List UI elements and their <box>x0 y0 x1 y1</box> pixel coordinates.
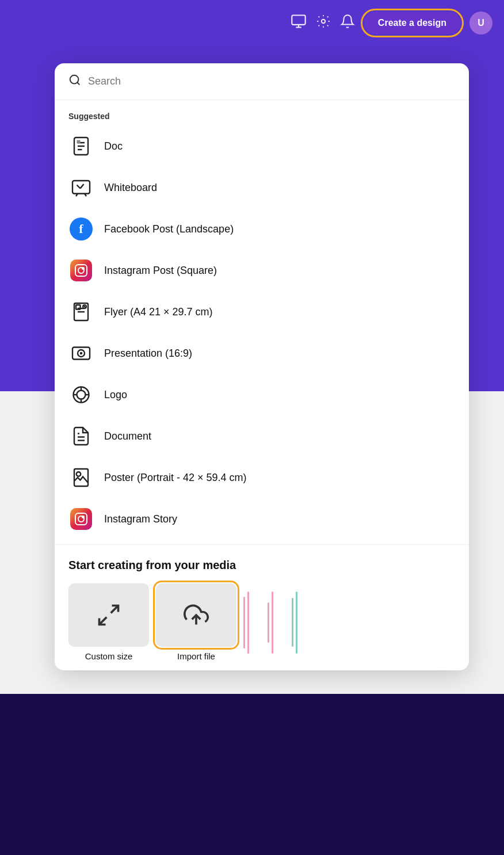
custom-size-label: Custom size <box>85 651 133 661</box>
header: Create a design U <box>0 0 504 46</box>
svg-rect-10 <box>77 140 81 144</box>
flyer-icon <box>68 299 94 325</box>
svg-rect-19 <box>76 305 81 310</box>
facebook-label: Facebook Post (Landscape) <box>104 223 234 235</box>
instagram-post-label: Instagram Post (Square) <box>104 265 217 277</box>
svg-line-36 <box>111 606 119 613</box>
gear-icon[interactable] <box>316 14 331 32</box>
import-file-label: Import file <box>177 651 215 661</box>
bell-icon[interactable] <box>340 14 355 32</box>
document-icon <box>68 423 94 449</box>
flyer-label: Flyer (A4 21 × 29.7 cm) <box>104 306 213 318</box>
svg-point-26 <box>77 391 86 399</box>
instagram-post-icon <box>68 258 94 283</box>
poster-label: Poster (Portrait - 42 × 59.4 cm) <box>104 472 247 484</box>
suggested-label: Suggested <box>68 112 455 121</box>
menu-item-flyer[interactable]: Flyer (A4 21 × 29.7 cm) <box>68 291 455 333</box>
search-input[interactable] <box>88 75 455 87</box>
search-icon <box>68 74 81 89</box>
import-file-item[interactable]: Import file <box>156 583 236 661</box>
svg-line-14 <box>77 185 81 189</box>
media-section: Start creating from your media Custom si… <box>55 544 469 670</box>
svg-point-24 <box>80 352 83 355</box>
deco-bar-2 <box>268 591 273 654</box>
create-design-dropdown: Suggested Doc <box>55 63 469 670</box>
facebook-icon: f <box>68 216 94 242</box>
suggested-section: Suggested Doc <box>55 100 469 540</box>
monitor-icon[interactable] <box>291 13 307 33</box>
menu-item-document[interactable]: Document <box>68 415 455 457</box>
instagram-story-icon <box>68 506 94 532</box>
presentation-label: Presentation (16:9) <box>104 348 192 360</box>
search-bar <box>55 63 469 100</box>
instagram-story-label: Instagram Story <box>104 513 177 525</box>
whiteboard-label: Whiteboard <box>104 182 157 194</box>
menu-item-poster[interactable]: Poster (Portrait - 42 × 59.4 cm) <box>68 457 455 498</box>
create-design-button[interactable]: Create a design <box>364 12 460 34</box>
bg-dark <box>0 694 504 855</box>
menu-item-presentation[interactable]: Presentation (16:9) <box>68 333 455 374</box>
media-section-title: Start creating from your media <box>68 559 455 572</box>
menu-item-whiteboard[interactable]: Whiteboard <box>68 167 455 208</box>
svg-line-5 <box>77 82 79 85</box>
svg-rect-34 <box>74 469 88 486</box>
menu-item-instagram-post[interactable]: Instagram Post (Square) <box>68 250 455 291</box>
svg-line-37 <box>100 617 107 625</box>
svg-rect-0 <box>292 16 305 25</box>
deco-bar-3 <box>292 591 297 654</box>
logo-icon <box>68 382 94 407</box>
menu-item-instagram-story[interactable]: Instagram Story <box>68 498 455 540</box>
logo-label: Logo <box>104 389 127 401</box>
document-label: Document <box>104 430 151 442</box>
menu-item-logo[interactable]: Logo <box>68 374 455 415</box>
menu-item-facebook[interactable]: f Facebook Post (Landscape) <box>68 208 455 250</box>
svg-point-3 <box>322 20 326 24</box>
presentation-icon <box>68 341 94 366</box>
menu-item-doc[interactable]: Doc <box>68 125 455 167</box>
import-file-icon-box <box>156 583 236 647</box>
doc-icon <box>68 133 94 159</box>
svg-line-21 <box>84 306 86 308</box>
svg-line-15 <box>81 184 84 189</box>
poster-icon <box>68 465 94 490</box>
deco-bar-1 <box>243 591 249 654</box>
doc-label: Doc <box>104 140 123 152</box>
whiteboard-icon <box>68 175 94 200</box>
svg-point-4 <box>70 75 79 84</box>
custom-size-icon-box <box>68 583 149 647</box>
media-items-row: Custom size Import file <box>68 583 455 661</box>
svg-point-35 <box>77 472 81 476</box>
custom-size-item[interactable]: Custom size <box>68 583 149 661</box>
avatar[interactable]: U <box>469 12 492 35</box>
